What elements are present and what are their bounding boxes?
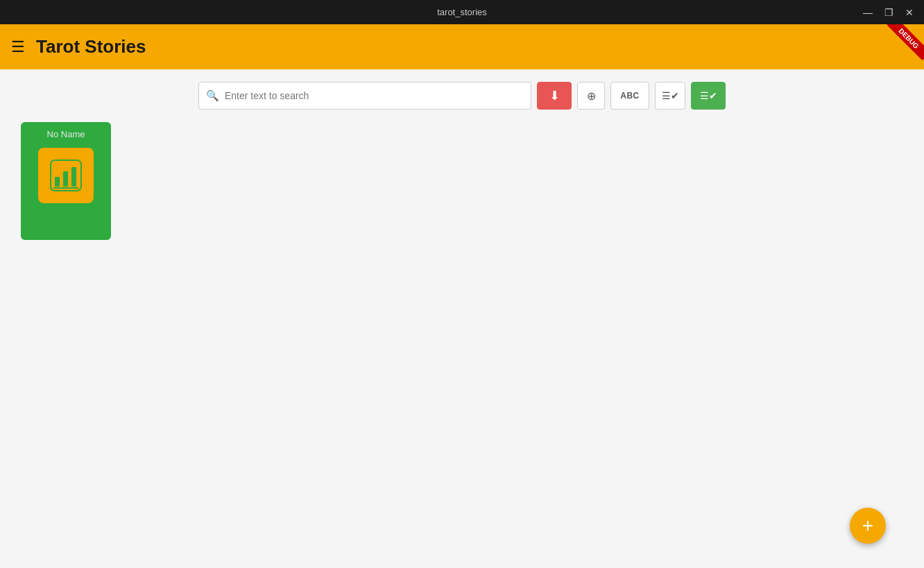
close-button[interactable]: ✕ [900,6,918,19]
add-button[interactable]: ⊕ [577,82,605,110]
checklist-icon: ☰✔ [662,90,679,101]
add-circle-icon: ⊕ [587,89,596,103]
svg-rect-1 [55,177,60,187]
toolbar-row: 🔍 ⬇ ⊕ ABC ☰✔ ☰✔ [0,69,924,122]
main-content: 🔍 ⬇ ⊕ ABC ☰✔ ☰✔ No Name [0,69,924,568]
check-all-button[interactable]: ☰✔ [691,82,726,110]
chart-bar-icon [48,157,84,193]
svg-rect-2 [63,171,68,187]
app-title: Tarot Stories [36,36,146,58]
checklist-button[interactable]: ☰✔ [655,82,685,110]
menu-icon[interactable]: ☰ [11,38,25,56]
svg-rect-3 [71,167,76,187]
minimize-button[interactable]: — [859,6,877,19]
window-title: tarot_stories [437,7,487,17]
maximize-button[interactable]: ❐ [880,6,898,19]
search-icon: 🔍 [206,89,219,102]
check-all-icon: ☰✔ [700,90,717,101]
download-button[interactable]: ⬇ [537,82,572,110]
appbar: ☰ Tarot Stories [0,24,924,69]
window-controls: — ❐ ✕ [859,6,918,19]
debug-banner [882,24,924,66]
card-grid: No Name [0,122,924,240]
titlebar: tarot_stories — ❐ ✕ [0,0,924,24]
card-title: No Name [47,129,85,139]
search-input[interactable] [225,90,524,101]
download-icon: ⬇ [549,88,560,103]
search-container: 🔍 [198,82,531,110]
project-card[interactable]: No Name [21,122,111,240]
fab-add-button[interactable]: + [850,508,886,544]
abc-button[interactable]: ABC [610,82,649,110]
card-icon-background [38,148,94,203]
